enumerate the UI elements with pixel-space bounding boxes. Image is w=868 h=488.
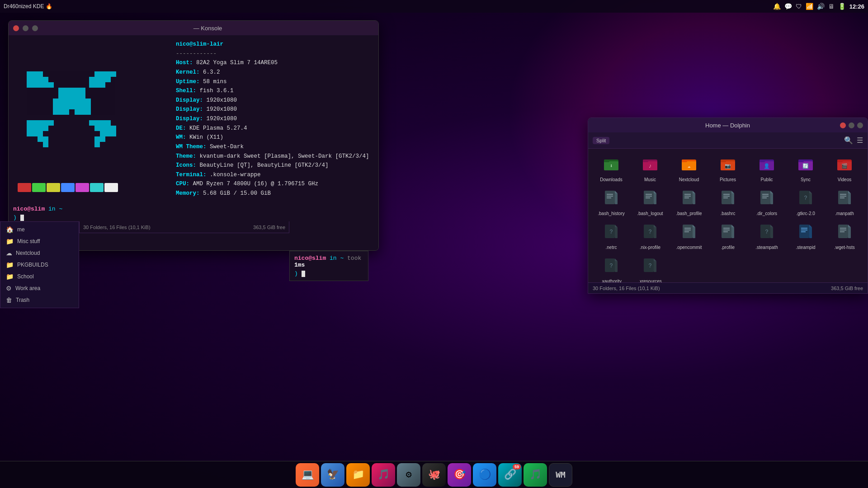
taskbar-browser[interactable]: 🦅 (321, 463, 344, 487)
steampath-label: .steampath (755, 245, 778, 250)
file-nix-profile[interactable]: ? .nix-profile (632, 221, 669, 253)
taskbar-app7[interactable]: 🎯 (448, 463, 471, 487)
sidebar-item-trash[interactable]: 🗑 Trash (0, 294, 79, 306)
konsole-content[interactable]: nico@slim-lair ------------ Host: 82A2 Y… (9, 35, 378, 250)
svg-rect-62 (43, 126, 48, 131)
taskbar-app8[interactable]: 🔵 (473, 463, 496, 487)
svg-rect-81 (43, 142, 48, 147)
file-xauthority[interactable]: ? .xauthority (593, 255, 630, 282)
svg-rect-56 (38, 120, 43, 126)
file-pictures[interactable]: 📷 Pictures (709, 153, 746, 185)
file-videos[interactable]: 🎬 Videos (826, 153, 863, 185)
svg-marker-152 (615, 225, 618, 227)
sidebar-item-me[interactable]: 🏠 me (0, 224, 79, 235)
file-sync[interactable]: 🔄 Sync (787, 153, 824, 185)
file-steampid[interactable]: .steampid (787, 221, 824, 253)
file-downloads[interactable]: ⬇ Downloads (593, 153, 630, 185)
file-public[interactable]: 👤 Public (748, 153, 785, 185)
dolphin-titlebar: Home — Dolphin (588, 118, 868, 132)
taskbar-audio[interactable]: 🎵 (372, 463, 395, 487)
sidebar-item-misc[interactable]: 📁 Misc stuff (0, 235, 79, 247)
taskbar-terminal[interactable]: 💻 (296, 463, 319, 487)
sidebar-item-school[interactable]: 📁 School (0, 271, 79, 282)
svg-rect-143 (809, 193, 812, 204)
bash-logout-label: .bash_logout (637, 211, 663, 216)
workarea-icon: ⚙ (6, 285, 12, 292)
wget-hsts-label: .wget-hsts (834, 245, 855, 250)
svg-rect-97 (721, 160, 726, 162)
dir-colors-label: .dir_colors (756, 211, 777, 216)
dolphin-maximize-button[interactable] (857, 122, 863, 128)
svg-rect-101 (760, 160, 765, 162)
file-bash-history[interactable]: .bash_history (593, 187, 630, 219)
neofetch-username: nico@slim-lair (176, 40, 374, 49)
file-gtkrc[interactable]: ? .gtkrc-2.0 (787, 187, 824, 219)
menu-icon[interactable]: ☰ (857, 136, 863, 145)
dolphin-close-button[interactable] (840, 122, 846, 128)
desktop: Dr460nized KDE 🔥 🔔 💬 🛡 📶 🔊 🖥 🔋 12:26 — K… (0, 0, 868, 488)
svg-rect-30 (64, 93, 69, 99)
svg-rect-80 (100, 136, 105, 142)
tray-chat-icon[interactable]: 💬 (784, 3, 792, 10)
nextcloud-label: Nextcloud (679, 177, 699, 183)
file-steampath[interactable]: ? .steampath (748, 221, 785, 253)
close-button[interactable] (13, 25, 19, 31)
tray-display-icon[interactable]: 🖥 (828, 3, 835, 10)
neofetch-logo (13, 40, 171, 198)
file-bash-profile[interactable]: .bash_profile (670, 187, 708, 219)
tray-shield-icon[interactable]: 🛡 (796, 3, 802, 10)
svg-rect-26 (69, 88, 75, 93)
pkgbuilds-icon: 📁 (6, 261, 14, 268)
file-opencommit[interactable]: .opencommit (670, 221, 708, 253)
minimize-button[interactable] (23, 25, 28, 31)
konsole-second-pane[interactable]: nico@slim in ~ took 1ms ) (289, 251, 368, 281)
svg-rect-74 (100, 131, 105, 136)
file-netrc[interactable]: ? .netrc (593, 221, 630, 253)
sidebar-item-pkgbuilds[interactable]: 📁 PKGBUILDS (0, 259, 79, 271)
sidebar-item-workarea[interactable]: ⚙ Work area (0, 282, 79, 294)
taskbar-app9[interactable]: 🔗 59 (498, 463, 522, 487)
taskbar-files[interactable]: 📁 (346, 463, 370, 487)
file-music[interactable]: ♪ Music (632, 153, 669, 185)
bash-profile-label: .bash_profile (676, 211, 702, 216)
taskbar-spotify[interactable]: 🎵 (524, 463, 547, 487)
profile-label: .profile (721, 245, 735, 250)
dir-colors-icon (760, 190, 774, 210)
file-manpath[interactable]: .manpath (826, 187, 863, 219)
maximize-button[interactable] (32, 25, 38, 31)
svg-rect-129 (722, 191, 731, 204)
videos-label: Videos (838, 177, 851, 183)
search-icon[interactable]: 🔍 (844, 136, 853, 145)
svg-rect-189 (615, 261, 618, 272)
svg-rect-17 (89, 77, 94, 82)
tray-battery-icon[interactable]: 🔋 (838, 3, 846, 10)
taskbar-github[interactable]: 🐙 (422, 463, 446, 487)
file-wget-hsts[interactable]: .wget-hsts (826, 221, 863, 253)
svg-marker-130 (731, 191, 734, 193)
taskbar-wm[interactable]: WM (549, 463, 572, 487)
taskbar-app-title: Dr460nized KDE 🔥 (4, 3, 52, 9)
split-button[interactable]: Split (593, 137, 609, 144)
file-dir-colors[interactable]: .dir_colors (748, 187, 785, 219)
file-bashrc[interactable]: .bashrc (709, 187, 746, 219)
taskbar-settings[interactable]: ⚙️ (397, 463, 420, 487)
wm-icon: WM (556, 470, 566, 479)
file-xresources[interactable]: ? .xresources (632, 255, 669, 282)
dolphin-minimize-button[interactable] (849, 122, 854, 128)
opencommit-label: .opencommit (676, 245, 702, 250)
svg-rect-183 (848, 227, 851, 238)
svg-marker-166 (731, 225, 734, 227)
svg-text:?: ? (609, 263, 613, 269)
tray-notifications-icon[interactable]: 🔔 (773, 3, 781, 10)
sidebar-item-nextcloud[interactable]: ☁ Nextcloud (0, 247, 79, 259)
tray-network-icon[interactable]: 📶 (806, 3, 813, 10)
svg-rect-9 (32, 82, 38, 88)
sidebar-workarea-label: Work area (15, 285, 40, 291)
svg-rect-13 (94, 71, 100, 77)
file-profile[interactable]: .profile (709, 221, 746, 253)
opencommit-icon (682, 224, 696, 244)
tray-volume-icon[interactable]: 🔊 (817, 3, 825, 10)
file-nextcloud[interactable]: ☁ Nextcloud (670, 153, 708, 185)
file-bash-logout[interactable]: .bash_logout (632, 187, 669, 219)
svg-rect-147 (848, 193, 851, 204)
